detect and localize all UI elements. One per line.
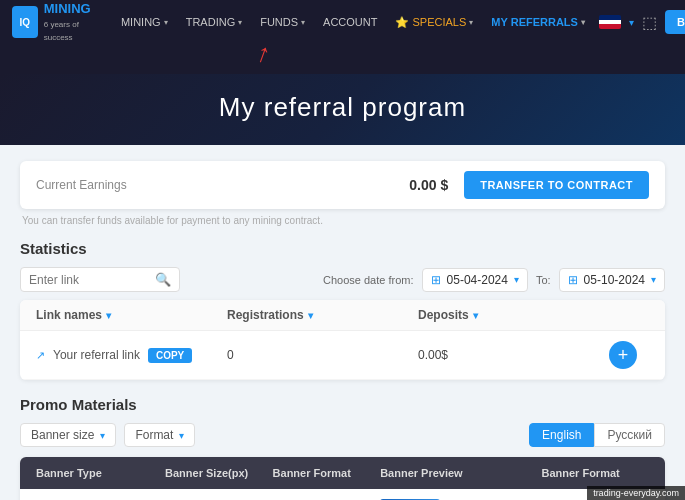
format-chevron-icon: ▾ <box>179 430 184 441</box>
date-from-chevron-icon: ▾ <box>514 274 519 285</box>
date-from-value: 05-04-2024 <box>447 273 508 287</box>
sort-icon: ▾ <box>308 310 313 321</box>
banner-size-chevron-icon: ▾ <box>100 430 105 441</box>
promo-controls: Banner size ▾ Format ▾ English Русский <box>20 423 665 447</box>
date-to-value: 05-10-2024 <box>584 273 645 287</box>
col-deposits[interactable]: Deposits ▾ <box>418 308 609 322</box>
calendar-icon: ⊞ <box>431 273 441 287</box>
stats-table: Link names ▾ Registrations ▾ Deposits ▾ … <box>20 300 665 380</box>
lang-english-button[interactable]: English <box>529 423 594 447</box>
col-add <box>609 308 649 322</box>
nav-funds[interactable]: FUNDS ▾ <box>252 12 313 32</box>
chevron-down-icon: ▾ <box>301 18 305 27</box>
chevron-down-icon: ▾ <box>238 18 242 27</box>
language-chevron-icon[interactable]: ▾ <box>629 17 634 28</box>
chevron-down-icon: ▾ <box>469 18 473 27</box>
nav-account[interactable]: ACCOUNT <box>315 12 385 32</box>
banner-col-type: Banner Type <box>36 467 165 479</box>
search-input[interactable] <box>29 273 149 287</box>
to-label: To: <box>536 274 551 286</box>
link-icon: ↗ <box>36 349 45 362</box>
statistics-title: Statistics <box>20 240 665 257</box>
registrations-value: 0 <box>227 348 418 362</box>
language-buttons: English Русский <box>529 423 665 447</box>
copy-button[interactable]: COPY <box>148 348 192 363</box>
nav-specials[interactable]: ⭐ SPECIALS ▾ <box>387 12 481 33</box>
navbar: IQ MINING 6 years of success MINING ▾ TR… <box>0 0 685 44</box>
date-to-chevron-icon: ▾ <box>651 274 656 285</box>
earnings-label: Current Earnings <box>36 178 409 192</box>
earnings-amount: 0.00 $ <box>409 177 448 193</box>
banner-col-format: Banner Format <box>273 467 381 479</box>
banner-col-preview: Banner Preview <box>380 467 541 479</box>
date-from-picker[interactable]: ⊞ 05-04-2024 ▾ <box>422 268 528 292</box>
banner-table: Banner Type Banner Size(px) Banner Forma… <box>20 457 665 500</box>
earnings-bar: Current Earnings 0.00 $ TRANSFER TO CONT… <box>20 161 665 209</box>
referral-link-label: Your referral link <box>53 348 140 362</box>
col-registrations[interactable]: Registrations ▾ <box>227 308 418 322</box>
date-from-label: Choose date from: <box>323 274 414 286</box>
referral-link-cell: ↗ Your referral link COPY <box>36 348 227 363</box>
add-button[interactable]: + <box>609 341 637 369</box>
buy-power-button[interactable]: BUY POWER <box>665 10 685 34</box>
nav-links: MINING ▾ TRADING ▾ FUNDS ▾ ACCOUNT ⭐ SPE… <box>113 12 593 33</box>
logo[interactable]: IQ MINING 6 years of success <box>12 1 97 43</box>
banner-row: Image banner 970x250 gif Watch here ⬇ Do… <box>20 489 665 500</box>
footer-watermark: trading-everyday.com <box>587 486 685 500</box>
arrow-container: ↑ <box>0 44 685 74</box>
format-select[interactable]: Format ▾ <box>124 423 195 447</box>
sort-icon: ▾ <box>106 310 111 321</box>
table-row: ↗ Your referral link COPY 0 0.00$ + <box>20 331 665 380</box>
main-content: Current Earnings 0.00 $ TRANSFER TO CONT… <box>0 145 685 500</box>
search-box[interactable]: 🔍 <box>20 267 180 292</box>
logo-text: MINING 6 years of success <box>44 1 97 43</box>
banner-col-download: Banner Format <box>541 467 649 479</box>
hero-section: My referral program <box>0 74 685 145</box>
calendar-icon: ⊞ <box>568 273 578 287</box>
transfer-to-contract-button[interactable]: TRANSFER TO CONTRACT <box>464 171 649 199</box>
col-link-names[interactable]: Link names ▾ <box>36 308 227 322</box>
logo-icon: IQ <box>12 6 38 38</box>
promo-title: Promo Materials <box>20 396 665 413</box>
earnings-note: You can transfer funds available for pay… <box>22 215 665 226</box>
deposits-value: 0.00$ <box>418 348 609 362</box>
banner-size-select[interactable]: Banner size ▾ <box>20 423 116 447</box>
stats-controls: 🔍 Choose date from: ⊞ 05-04-2024 ▾ To: ⊞… <box>20 267 665 292</box>
sort-icon: ▾ <box>473 310 478 321</box>
banner-table-header: Banner Type Banner Size(px) Banner Forma… <box>20 457 665 489</box>
promo-section: Promo Materials Banner size ▾ Format ▾ E… <box>20 396 665 500</box>
nav-mining[interactable]: MINING ▾ <box>113 12 176 32</box>
add-cell: + <box>609 341 649 369</box>
lang-russian-button[interactable]: Русский <box>594 423 665 447</box>
nav-trading[interactable]: TRADING ▾ <box>178 12 251 32</box>
date-controls: Choose date from: ⊞ 05-04-2024 ▾ To: ⊞ 0… <box>323 268 665 292</box>
chevron-down-icon: ▾ <box>164 18 168 27</box>
page-title: My referral program <box>20 92 665 123</box>
stats-table-header: Link names ▾ Registrations ▾ Deposits ▾ <box>20 300 665 331</box>
nav-myreferrals[interactable]: MY REFERRALS ▾ <box>483 12 593 32</box>
nav-right: ▾ ⬚ BUY POWER <box>599 10 685 34</box>
login-icon[interactable]: ⬚ <box>642 13 657 32</box>
date-to-picker[interactable]: ⊞ 05-10-2024 ▾ <box>559 268 665 292</box>
banner-col-size: Banner Size(px) <box>165 467 273 479</box>
search-icon: 🔍 <box>155 272 171 287</box>
chevron-down-icon: ▾ <box>581 18 585 27</box>
language-flag-icon[interactable] <box>599 15 621 29</box>
